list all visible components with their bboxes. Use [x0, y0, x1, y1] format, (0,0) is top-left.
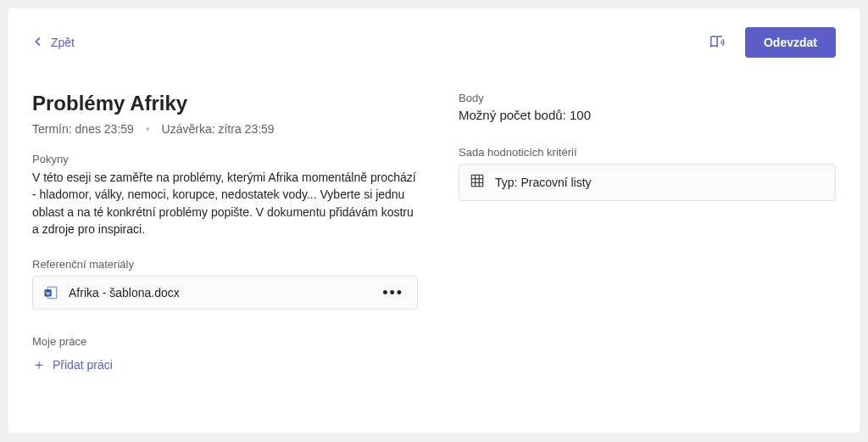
- due-label: Termín:: [32, 122, 72, 136]
- content-columns: Problémy Afriky Termín: dnes 23:59 • Uzá…: [32, 92, 836, 372]
- svg-text:W: W: [46, 291, 51, 296]
- svg-rect-3: [471, 175, 483, 187]
- plus-icon: ＋: [32, 358, 46, 372]
- assignment-detail-card: Zpět Odevzdat Problémy Afriky Termín: dn…: [8, 8, 860, 433]
- reference-file-name: Afrika - šablona.docx: [69, 286, 369, 299]
- back-label: Zpět: [51, 36, 75, 49]
- points-value: Možný počet bodů: 100: [459, 108, 836, 122]
- my-work-section: Moje práce ＋ Přidat práci: [32, 335, 418, 372]
- close-value: zítra 23:59: [218, 122, 274, 136]
- instructions-text: V této eseji se zaměřte na problémy, kte…: [32, 169, 418, 238]
- assignment-meta: Termín: dnes 23:59 • Uzávěrka: zítra 23:…: [32, 122, 418, 136]
- turn-in-button[interactable]: Odevzdat: [745, 27, 836, 58]
- add-work-label: Přidat práci: [53, 358, 113, 372]
- attachment-more-button[interactable]: •••: [379, 285, 407, 300]
- close-label: Uzávěrka:: [162, 122, 215, 136]
- points-label: Body: [459, 92, 836, 104]
- reference-label: Referenční materiály: [32, 258, 418, 271]
- header-actions: Odevzdat: [708, 27, 836, 58]
- rubric-label: Sada hodnoticích kritérií: [459, 146, 836, 159]
- right-column: Body Možný počet bodů: 100 Sada hodnotic…: [459, 92, 836, 372]
- instructions-label: Pokyny: [32, 153, 418, 165]
- word-doc-icon: W: [43, 285, 58, 300]
- left-column: Problémy Afriky Termín: dnes 23:59 • Uzá…: [32, 92, 418, 372]
- immersive-reader-button[interactable]: [708, 32, 728, 53]
- assignment-title: Problémy Afriky: [32, 92, 418, 115]
- reference-attachment[interactable]: W Afrika - šablona.docx •••: [32, 276, 418, 310]
- chevron-left-icon: [32, 36, 44, 50]
- rubric-grid-icon: [470, 173, 485, 192]
- back-button[interactable]: Zpět: [32, 36, 75, 50]
- meta-separator: •: [146, 122, 150, 136]
- due-value: dnes 23:59: [75, 122, 134, 136]
- rubric-name: Typ: Pracovní listy: [495, 176, 825, 189]
- rubric-item[interactable]: Typ: Pracovní listy: [459, 164, 836, 201]
- add-work-button[interactable]: ＋ Přidat práci: [32, 358, 113, 372]
- header-row: Zpět Odevzdat: [32, 27, 836, 58]
- my-work-label: Moje práce: [32, 335, 418, 348]
